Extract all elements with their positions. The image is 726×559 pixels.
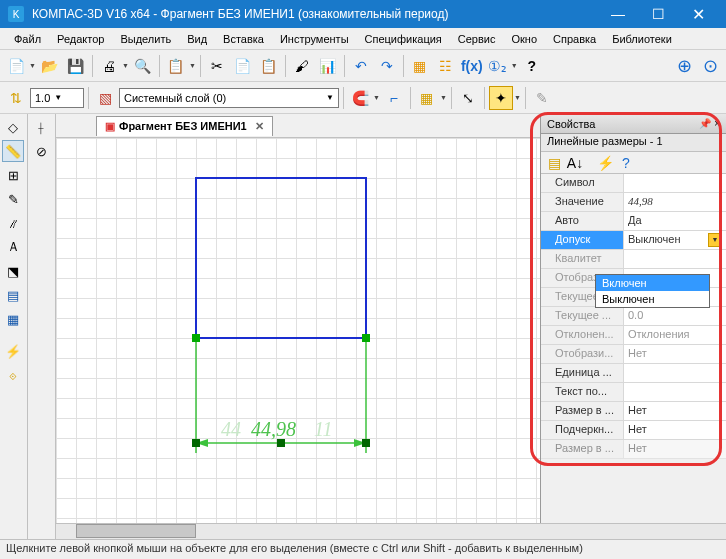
menu-view[interactable]: Вид: [179, 31, 215, 47]
main-toolbar: 📄▼ 📂 💾 🖨▼ 🔍 📋▼ ✂ 📄 📋 🖌 📊 ↶ ↷ ▦ ☷ f(x) ①₂…: [0, 50, 726, 82]
magnet-button[interactable]: 🧲▼: [348, 86, 380, 110]
prop-row-auto[interactable]: АвтоДа: [541, 212, 726, 231]
open-button[interactable]: 📂: [38, 54, 62, 78]
menu-spec[interactable]: Спецификация: [357, 31, 450, 47]
svg-text:44: 44: [221, 418, 241, 440]
properties-header: Свойства 📌 ×: [541, 114, 726, 134]
properties-subtitle: Линейные размеры - 1: [541, 134, 726, 152]
save-button[interactable]: 💾: [64, 54, 88, 78]
properties-button[interactable]: 📊: [316, 54, 340, 78]
left-toolbar-2: ⟊ ⊘: [28, 114, 56, 544]
app-icon: K: [8, 6, 24, 22]
geometry-icon[interactable]: ◇: [2, 116, 24, 138]
copy-button[interactable]: 📄: [231, 54, 255, 78]
svg-rect-5: [192, 334, 200, 342]
select-icon[interactable]: ⬔: [2, 260, 24, 282]
maximize-button[interactable]: ☐: [638, 0, 678, 28]
menu-tools[interactable]: Инструменты: [272, 31, 357, 47]
menu-libs[interactable]: Библиотеки: [604, 31, 680, 47]
prop-row-symbol[interactable]: Символ: [541, 174, 726, 193]
lightning-icon[interactable]: ⚡: [596, 154, 614, 172]
snap-arrows-button[interactable]: ⇅: [4, 86, 28, 110]
tools2-icon[interactable]: ⟐: [2, 364, 24, 386]
prop-row-curr2[interactable]: Текущее ...0.0: [541, 307, 726, 326]
zoom-in-button[interactable]: ⊕: [672, 54, 696, 78]
minimize-button[interactable]: —: [598, 0, 638, 28]
prop-row-sizein[interactable]: Размер в ...Нет: [541, 402, 726, 421]
properties-title: Свойства: [547, 118, 595, 130]
menu-window[interactable]: Окно: [503, 31, 545, 47]
status-bar: Щелкните левой кнопкой мыши на объекте д…: [0, 539, 726, 559]
auto-dim-icon[interactable]: ⟊: [30, 116, 52, 138]
prop-row-last[interactable]: Размер в ...Нет: [541, 440, 726, 459]
manager-button[interactable]: ▦: [408, 54, 432, 78]
pin-icon[interactable]: 📌 ×: [699, 118, 720, 129]
cut-button[interactable]: ✂: [205, 54, 229, 78]
prop-help-icon[interactable]: ?: [617, 154, 635, 172]
doc-button[interactable]: 📋▼: [164, 54, 196, 78]
categorize-icon[interactable]: ▤: [545, 154, 563, 172]
edit-button[interactable]: ✎: [530, 86, 554, 110]
tab-close-icon[interactable]: ✕: [255, 120, 264, 133]
symbols-icon[interactable]: ⊞: [2, 164, 24, 186]
grid-button[interactable]: ▦▼: [415, 86, 447, 110]
menu-insert[interactable]: Вставка: [215, 31, 272, 47]
prop-row-value[interactable]: Значение44,98: [541, 193, 726, 212]
fx-button[interactable]: f(x): [460, 54, 484, 78]
ortho-button[interactable]: ⌐: [382, 86, 406, 110]
undo-button[interactable]: ↶: [349, 54, 373, 78]
tolerance-dropdown[interactable]: Включен Выключен: [595, 274, 710, 308]
insert-icon[interactable]: ⚡: [2, 340, 24, 362]
prop-row-deviation[interactable]: Отклонен...Отклонения: [541, 326, 726, 345]
coord-button[interactable]: ⤡: [456, 86, 480, 110]
drawing-canvas[interactable]: 44 44,98 11: [56, 138, 540, 544]
calc-button[interactable]: ①₂▼: [486, 54, 518, 78]
svg-text:11: 11: [314, 418, 333, 440]
highlight-button[interactable]: ✦▼: [489, 86, 521, 110]
reports-icon[interactable]: ▦: [2, 308, 24, 330]
prop-row-textafter[interactable]: Текст по...: [541, 383, 726, 402]
scale-combo[interactable]: 1.0▼: [30, 88, 84, 108]
prop-row-underline[interactable]: Подчеркн...Нет: [541, 421, 726, 440]
scroll-thumb[interactable]: [76, 524, 196, 538]
measure-icon[interactable]: Ａ: [2, 236, 24, 258]
dropdown-option-off[interactable]: Выключен: [596, 291, 709, 307]
dropdown-button[interactable]: ▼: [708, 233, 722, 247]
properties-panel: Свойства 📌 × Линейные размеры - 1 ▤ A↓ ⚡…: [540, 114, 726, 544]
properties-toolbar: ▤ A↓ ⚡ ?: [541, 152, 726, 174]
params-icon[interactable]: ⫽: [2, 212, 24, 234]
layers-button[interactable]: ▧: [93, 86, 117, 110]
preview-button[interactable]: 🔍: [131, 54, 155, 78]
prop-row-unit[interactable]: Единица ...: [541, 364, 726, 383]
svg-rect-9: [277, 439, 285, 447]
new-button[interactable]: 📄▼: [4, 54, 36, 78]
close-button[interactable]: ✕: [678, 0, 718, 28]
menu-editor[interactable]: Редактор: [49, 31, 112, 47]
dropdown-option-on[interactable]: Включен: [596, 275, 709, 291]
dimensions-icon[interactable]: 📏: [2, 140, 24, 162]
document-tab[interactable]: ▣ Фрагмент БЕЗ ИМЕНИ1 ✕: [96, 116, 273, 136]
paste-button[interactable]: 📋: [257, 54, 281, 78]
horizontal-scrollbar[interactable]: [56, 523, 726, 539]
spec-icon[interactable]: ▤: [2, 284, 24, 306]
print-button[interactable]: 🖨▼: [97, 54, 129, 78]
menubar: Файл Редактор Выделить Вид Вставка Инстр…: [0, 28, 726, 50]
prop-row-kvalitet[interactable]: Квалитет: [541, 250, 726, 269]
menu-select[interactable]: Выделить: [112, 31, 179, 47]
brush-button[interactable]: 🖌: [290, 54, 314, 78]
menu-file[interactable]: Файл: [6, 31, 49, 47]
linear-dim-icon[interactable]: ⊘: [30, 140, 52, 162]
layer-combo[interactable]: Системный слой (0)▼: [119, 88, 339, 108]
properties-grid: Символ Значение44,98 АвтоДа ДопускВыключ…: [541, 174, 726, 544]
help-button[interactable]: ?: [520, 54, 544, 78]
zoom-fit-button[interactable]: ⊙: [698, 54, 722, 78]
prop-row-display2[interactable]: Отобрази...Нет: [541, 345, 726, 364]
document-tabs: ▣ Фрагмент БЕЗ ИМЕНИ1 ✕: [56, 114, 540, 138]
prop-row-tolerance[interactable]: ДопускВыключен▼: [541, 231, 726, 250]
menu-service[interactable]: Сервис: [450, 31, 504, 47]
vars-button[interactable]: ☷: [434, 54, 458, 78]
edit2-icon[interactable]: ✎: [2, 188, 24, 210]
redo-button[interactable]: ↷: [375, 54, 399, 78]
sort-icon[interactable]: A↓: [566, 154, 584, 172]
menu-help[interactable]: Справка: [545, 31, 604, 47]
